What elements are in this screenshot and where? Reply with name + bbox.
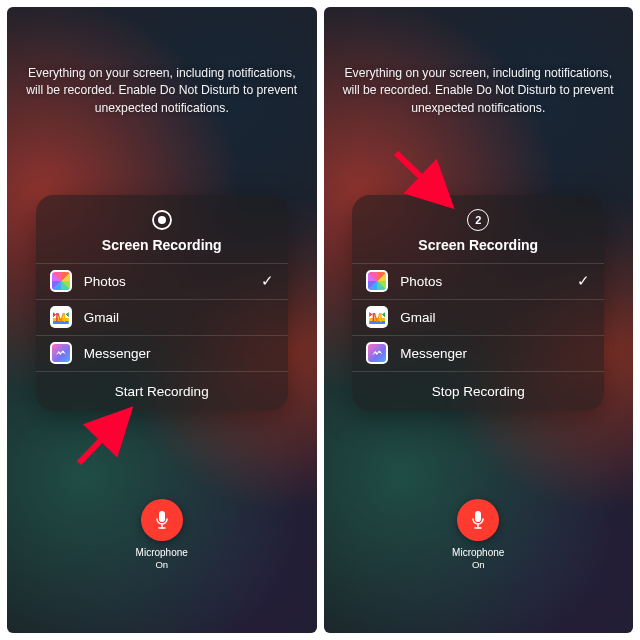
microphone-status: On <box>472 559 485 570</box>
messenger-icon <box>50 342 72 364</box>
messenger-icon <box>366 342 388 364</box>
recording-card: 2 Screen Recording Photos ✓ Gmail <box>352 195 604 411</box>
app-label: Photos <box>84 274 261 289</box>
microphone-icon <box>457 499 499 541</box>
photos-icon <box>366 270 388 292</box>
app-row-gmail[interactable]: Gmail <box>36 299 288 335</box>
microphone-status: On <box>155 559 168 570</box>
svg-rect-2 <box>159 511 165 522</box>
app-row-messenger[interactable]: Messenger <box>36 335 288 371</box>
microphone-toggle[interactable]: Microphone On <box>452 499 504 570</box>
app-row-gmail[interactable]: Gmail <box>352 299 604 335</box>
checkmark-icon: ✓ <box>577 272 590 290</box>
app-label: Photos <box>400 274 577 289</box>
app-row-messenger[interactable]: Messenger <box>352 335 604 371</box>
app-row-photos[interactable]: Photos ✓ <box>36 263 288 299</box>
card-header: 2 Screen Recording <box>352 195 604 263</box>
photos-icon <box>50 270 72 292</box>
svg-rect-6 <box>475 511 481 522</box>
app-label: Gmail <box>84 310 274 325</box>
app-label: Messenger <box>400 346 590 361</box>
microphone-icon <box>141 499 183 541</box>
app-list: Photos ✓ Gmail Messenger <box>352 263 604 371</box>
app-row-photos[interactable]: Photos ✓ <box>352 263 604 299</box>
microphone-toggle[interactable]: Microphone On <box>136 499 188 570</box>
card-title: Screen Recording <box>102 237 222 253</box>
instruction-text: Everything on your screen, including not… <box>22 65 302 117</box>
app-label: Gmail <box>400 310 590 325</box>
phone-left: Everything on your screen, including not… <box>7 7 317 633</box>
card-title: Screen Recording <box>418 237 538 253</box>
instruction-text: Everything on your screen, including not… <box>338 65 618 117</box>
record-icon <box>151 209 173 231</box>
microphone-label: Microphone <box>136 547 188 558</box>
microphone-label: Microphone <box>452 547 504 558</box>
checkmark-icon: ✓ <box>261 272 274 290</box>
app-label: Messenger <box>84 346 274 361</box>
countdown-icon: 2 <box>467 209 489 231</box>
card-header: Screen Recording <box>36 195 288 263</box>
gmail-icon <box>366 306 388 328</box>
recording-card: Screen Recording Photos ✓ Gmail Messenge <box>36 195 288 411</box>
stop-recording-button[interactable]: Stop Recording <box>352 371 604 411</box>
gmail-icon <box>50 306 72 328</box>
app-list: Photos ✓ Gmail Messenger <box>36 263 288 371</box>
start-recording-button[interactable]: Start Recording <box>36 371 288 411</box>
phone-right: Everything on your screen, including not… <box>324 7 634 633</box>
svg-point-1 <box>158 216 166 224</box>
